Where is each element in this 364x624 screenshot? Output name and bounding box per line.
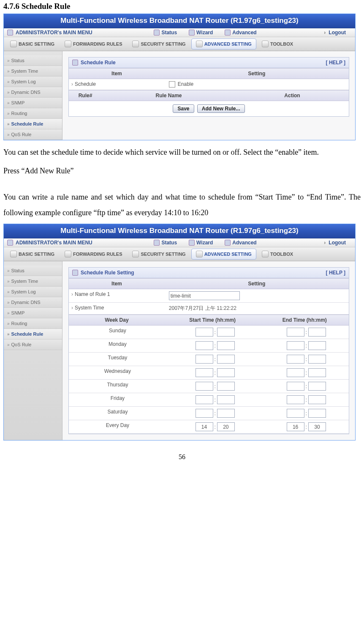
end-min-input[interactable]	[308, 355, 326, 364]
start-hour-input[interactable]	[196, 368, 213, 377]
sidebar-item-status[interactable]: »Status	[4, 55, 62, 66]
sidebar-item-system-time[interactable]: »System Time	[4, 66, 62, 77]
end-hour-input[interactable]	[287, 409, 304, 418]
tab-advanced-setting[interactable]: ADVANCED SETTING	[191, 38, 256, 49]
security-icon	[132, 41, 139, 47]
schedule-day-row: Wednesday::	[69, 366, 349, 380]
sidebar-item-routing[interactable]: »Routing	[4, 108, 62, 119]
paragraph-3: You can write a rule name and set which …	[3, 189, 361, 222]
col-item: Item	[69, 279, 165, 289]
section-heading: 4.7.6 Schedule Rule	[3, 2, 361, 11]
end-hour-input[interactable]	[287, 422, 304, 431]
tab-toolbox[interactable]: TOOLBOX	[257, 249, 298, 260]
sidebar-item-system-time[interactable]: »System Time	[4, 276, 62, 287]
col-setting: Setting	[165, 279, 349, 289]
end-hour-input[interactable]	[287, 328, 304, 337]
sidebar-item-qos-rule[interactable]: »QoS Rule	[4, 129, 62, 140]
end-min-input[interactable]	[308, 328, 326, 337]
start-min-input[interactable]	[217, 355, 235, 364]
banner-title-2: Multi-Functional Wireless Broadband NAT …	[4, 224, 355, 238]
advanced-tab-icon	[196, 41, 203, 47]
col-rule-no: Rule#	[69, 90, 102, 101]
start-hour-input[interactable]	[196, 328, 213, 337]
sidebar-item-snmp[interactable]: »SNMP	[4, 98, 62, 108]
nav-advanced[interactable]: Advanced	[225, 30, 256, 36]
row-schedule-label: Schedule	[75, 81, 96, 87]
add-new-rule-button[interactable]: Add New Rule...	[197, 104, 245, 113]
nav-advanced[interactable]: Advanced	[225, 240, 256, 246]
tab-security-setting[interactable]: SECURITY SETTING	[128, 249, 190, 260]
start-min-input[interactable]	[217, 422, 235, 431]
sidebar-item-dynamic-dns[interactable]: »Dynamic DNS	[4, 297, 62, 308]
start-hour-input[interactable]	[196, 341, 213, 350]
end-min-input[interactable]	[308, 368, 326, 377]
sidebar-item-system-log[interactable]: »System Log	[4, 77, 62, 87]
start-min-input[interactable]	[217, 341, 235, 350]
tab-basic-setting[interactable]: BASIC SETTING	[5, 38, 59, 49]
tab-basic-setting[interactable]: BASIC SETTING	[5, 249, 59, 260]
help-link[interactable]: [ HELP ]	[326, 270, 345, 276]
page-number: 56	[3, 453, 361, 461]
start-hour-input[interactable]	[196, 422, 213, 431]
menu-icon	[7, 30, 13, 36]
tab-forwarding-rules[interactable]: FORWARDING RULES	[60, 249, 127, 260]
start-hour-input[interactable]	[196, 395, 213, 404]
paragraph-2: Press “Add New Rule”	[3, 163, 361, 179]
sidebar-item-routing[interactable]: »Routing	[4, 318, 62, 329]
end-hour-input[interactable]	[287, 382, 304, 391]
sidebar-item-snmp[interactable]: »SNMP	[4, 308, 62, 318]
start-hour-input[interactable]	[196, 355, 213, 364]
sidebar-2: »Status »System Time »System Log »Dynami…	[4, 261, 62, 440]
nav-status[interactable]: Status	[154, 30, 177, 36]
start-hour-input[interactable]	[196, 409, 213, 418]
start-hour-input[interactable]	[196, 382, 213, 391]
end-hour-input[interactable]	[287, 368, 304, 377]
start-min-input[interactable]	[217, 382, 235, 391]
tab-security-setting[interactable]: SECURITY SETTING	[128, 38, 190, 49]
nav-wizard[interactable]: Wizard	[189, 240, 213, 246]
tab-advanced-setting[interactable]: ADVANCED SETTING	[191, 249, 256, 260]
tab-toolbox[interactable]: TOOLBOX	[257, 38, 298, 49]
start-min-input[interactable]	[217, 409, 235, 418]
advanced-icon	[225, 30, 231, 36]
weekday-label: Saturday	[69, 407, 166, 420]
end-hour-input[interactable]	[287, 355, 304, 364]
end-hour-input[interactable]	[287, 341, 304, 350]
start-min-input[interactable]	[217, 395, 235, 404]
forward-icon	[65, 251, 71, 257]
panel-title: Schedule Rule Setting	[81, 270, 134, 276]
advanced-tab-icon	[196, 251, 203, 257]
enable-checkbox[interactable]	[169, 81, 175, 88]
sidebar-item-qos-rule[interactable]: »QoS Rule	[4, 339, 62, 350]
router-screenshot-1: Multi-Functional Wireless Broadband NAT …	[3, 14, 356, 140]
col-setting: Setting	[165, 68, 349, 79]
end-min-input[interactable]	[308, 341, 326, 350]
start-min-input[interactable]	[217, 368, 235, 377]
weekday-label: Thursday	[69, 380, 166, 393]
sidebar-item-status[interactable]: »Status	[4, 265, 62, 276]
end-hour-input[interactable]	[287, 395, 304, 404]
sidebar-item-dynamic-dns[interactable]: »Dynamic DNS	[4, 87, 62, 98]
menu-icon	[7, 240, 13, 246]
end-min-input[interactable]	[308, 409, 326, 418]
col-rule-name: Rule Name	[102, 90, 236, 101]
nav-status[interactable]: Status	[154, 240, 177, 246]
schedule-day-row: Saturday::	[69, 407, 349, 420]
nav-wizard[interactable]: Wizard	[189, 30, 213, 36]
weekday-label: Friday	[69, 393, 166, 406]
weekday-label: Sunday	[69, 326, 166, 339]
sidebar-item-schedule-rule[interactable]: »Schedule Rule	[4, 119, 62, 129]
nav-logout[interactable]: Logout	[324, 30, 346, 36]
end-min-input[interactable]	[308, 422, 326, 431]
end-min-input[interactable]	[308, 395, 326, 404]
rule-name-input[interactable]	[169, 291, 240, 300]
end-min-input[interactable]	[308, 382, 326, 391]
tab-forwarding-rules[interactable]: FORWARDING RULES	[60, 38, 127, 49]
sidebar-item-schedule-rule[interactable]: »Schedule Rule	[4, 329, 62, 339]
nav-logout[interactable]: Logout	[324, 240, 346, 246]
sidebar-item-system-log[interactable]: »System Log	[4, 287, 62, 297]
start-min-input[interactable]	[217, 328, 235, 337]
help-link[interactable]: [ HELP ]	[326, 60, 345, 66]
panel-title: Schedule Rule	[81, 60, 116, 66]
save-button[interactable]: Save	[173, 104, 194, 113]
